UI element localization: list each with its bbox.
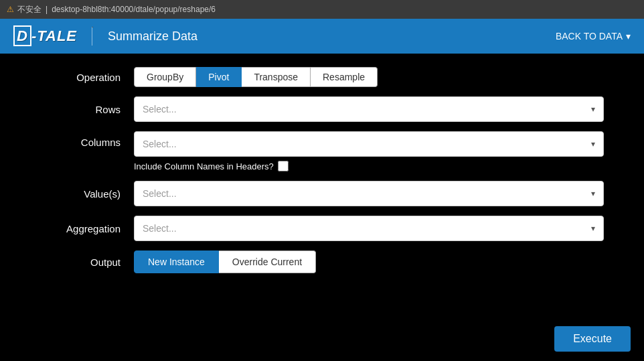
include-names-checkbox[interactable] — [278, 161, 289, 171]
values-arrow: ▾ — [591, 189, 595, 198]
operation-buttons: GroupBy Pivot Transpose Resample — [134, 67, 604, 87]
columns-placeholder: Select... — [143, 139, 177, 149]
values-select[interactable]: Select... ▾ — [134, 181, 604, 206]
values-select-area: Select... ▾ — [134, 181, 604, 206]
security-text: 不安全 — [17, 4, 42, 15]
aggregation-select[interactable]: Select... ▾ — [134, 216, 604, 241]
header-separator — [92, 27, 93, 46]
output-row: Output New Instance Override Current — [40, 250, 604, 273]
browser-bar: ⚠ 不安全 | desktop-8hbl8th:40000/dtale/popu… — [0, 0, 644, 19]
aggregation-arrow: ▾ — [591, 224, 595, 233]
columns-label: Columns — [40, 131, 134, 148]
values-label: Value(s) — [40, 188, 134, 200]
app-header: D-TALE Summarize Data BACK TO DATA ▾ — [0, 19, 644, 54]
output-label: Output — [40, 257, 134, 268]
include-names-label: Include Column Names in Headers? — [134, 161, 274, 171]
warning-icon: ⚠ — [7, 5, 14, 14]
url-text: desktop-8hbl8th:40000/dtale/popup/reshap… — [52, 5, 216, 14]
app-title: Summarize Data — [108, 29, 197, 44]
op-transpose-button[interactable]: Transpose — [242, 67, 311, 87]
columns-arrow: ▾ — [591, 139, 595, 149]
output-buttons-area: New Instance Override Current — [134, 250, 604, 273]
dtale-logo: D-TALE — [13, 27, 77, 45]
back-to-data-label: BACK TO DATA — [556, 31, 623, 42]
back-to-data-button[interactable]: BACK TO DATA ▾ — [556, 31, 631, 42]
rows-select[interactable]: Select... ▾ — [134, 96, 604, 122]
op-resample-button[interactable]: Resample — [311, 67, 378, 87]
main-content: Operation GroupBy Pivot Transpose Resamp… — [0, 54, 644, 361]
aggregation-label: Aggregation — [40, 223, 134, 234]
new-instance-button[interactable]: New Instance — [134, 250, 219, 273]
aggregation-placeholder: Select... — [143, 223, 177, 234]
aggregation-select-area: Select... ▾ — [134, 216, 604, 241]
rows-arrow: ▾ — [591, 104, 595, 114]
operation-buttons-area: GroupBy Pivot Transpose Resample — [134, 67, 604, 87]
include-names-row: Include Column Names in Headers? — [134, 161, 604, 171]
columns-row: Columns Select... ▾ Include Column Names… — [40, 131, 604, 171]
aggregation-row: Aggregation Select... ▾ — [40, 216, 604, 241]
logo-bracket: D — [13, 25, 31, 46]
op-groupby-button[interactable]: GroupBy — [134, 67, 196, 87]
rows-label: Rows — [40, 104, 134, 115]
execute-button[interactable]: Execute — [554, 326, 631, 352]
operation-row: Operation GroupBy Pivot Transpose Resamp… — [40, 67, 604, 87]
rows-select-area: Select... ▾ — [134, 96, 604, 122]
columns-area: Select... ▾ Include Column Names in Head… — [134, 131, 604, 171]
values-row: Value(s) Select... ▾ — [40, 181, 604, 206]
op-pivot-button[interactable]: Pivot — [196, 67, 242, 87]
app-logo: D-TALE Summarize Data — [13, 27, 197, 46]
columns-select[interactable]: Select... ▾ — [134, 131, 604, 157]
override-current-button[interactable]: Override Current — [219, 250, 316, 273]
operation-label: Operation — [40, 72, 134, 83]
values-placeholder: Select... — [143, 188, 177, 199]
rows-row: Rows Select... ▾ — [40, 96, 604, 122]
output-buttons: New Instance Override Current — [134, 250, 604, 273]
back-dropdown-icon: ▾ — [626, 31, 631, 42]
rows-placeholder: Select... — [143, 104, 177, 115]
